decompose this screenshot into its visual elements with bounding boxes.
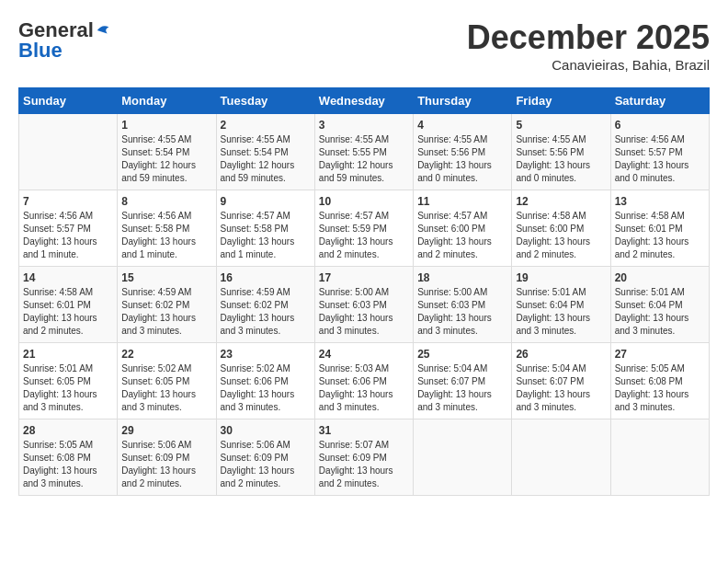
calendar-cell: 3Sunrise: 4:55 AM Sunset: 5:55 PM Daylig… — [314, 114, 413, 190]
day-number: 18 — [417, 271, 507, 284]
calendar-cell — [19, 114, 118, 190]
day-number: 29 — [121, 424, 211, 437]
logo: General Blue — [18, 18, 112, 63]
calendar-table: SundayMondayTuesdayWednesdayThursdayFrid… — [18, 87, 710, 496]
calendar-cell: 7Sunrise: 4:56 AM Sunset: 5:57 PM Daylig… — [19, 190, 118, 267]
cell-content: Sunrise: 4:55 AM Sunset: 5:54 PM Dayligh… — [121, 133, 211, 185]
weekday-header: Sunday — [19, 88, 118, 114]
day-number: 16 — [221, 271, 311, 284]
calendar-cell: 4Sunrise: 4:55 AM Sunset: 5:56 PM Daylig… — [414, 114, 512, 190]
cell-content: Sunrise: 4:56 AM Sunset: 5:57 PM Dayligh… — [615, 133, 705, 185]
cell-content: Sunrise: 4:55 AM Sunset: 5:54 PM Dayligh… — [221, 133, 311, 185]
cell-content: Sunrise: 4:57 AM Sunset: 5:59 PM Dayligh… — [319, 210, 409, 261]
cell-content: Sunrise: 5:06 AM Sunset: 6:09 PM Dayligh… — [221, 439, 311, 490]
cell-content: Sunrise: 5:05 AM Sunset: 6:08 PM Dayligh… — [615, 362, 705, 414]
calendar-cell: 5Sunrise: 4:55 AM Sunset: 5:56 PM Daylig… — [512, 114, 610, 190]
calendar-cell: 9Sunrise: 4:57 AM Sunset: 5:58 PM Daylig… — [216, 190, 314, 267]
calendar-cell: 10Sunrise: 4:57 AM Sunset: 5:59 PM Dayli… — [314, 190, 413, 267]
cell-content: Sunrise: 5:03 AM Sunset: 6:06 PM Dayligh… — [319, 362, 409, 414]
day-number: 8 — [121, 195, 211, 208]
calendar-cell: 29Sunrise: 5:06 AM Sunset: 6:09 PM Dayli… — [118, 419, 216, 496]
location: Canavieiras, Bahia, Brazil — [467, 57, 710, 73]
calendar-cell: 20Sunrise: 5:01 AM Sunset: 6:04 PM Dayli… — [610, 267, 709, 343]
day-number: 24 — [319, 348, 409, 361]
day-number: 22 — [121, 348, 211, 361]
calendar-cell: 17Sunrise: 5:00 AM Sunset: 6:03 PM Dayli… — [314, 267, 413, 343]
cell-content: Sunrise: 5:04 AM Sunset: 6:07 PM Dayligh… — [516, 362, 606, 414]
calendar-cell: 11Sunrise: 4:57 AM Sunset: 6:00 PM Dayli… — [414, 190, 512, 267]
calendar-cell: 23Sunrise: 5:02 AM Sunset: 6:06 PM Dayli… — [216, 343, 314, 419]
calendar-cell: 24Sunrise: 5:03 AM Sunset: 6:06 PM Dayli… — [314, 343, 413, 419]
day-number: 14 — [23, 271, 113, 284]
cell-content: Sunrise: 5:02 AM Sunset: 6:06 PM Dayligh… — [221, 362, 311, 414]
calendar-cell: 25Sunrise: 5:04 AM Sunset: 6:07 PM Dayli… — [414, 343, 512, 419]
calendar-cell — [512, 419, 610, 496]
day-number: 26 — [516, 348, 606, 361]
calendar-week-row: 7Sunrise: 4:56 AM Sunset: 5:57 PM Daylig… — [19, 190, 710, 267]
cell-content: Sunrise: 5:06 AM Sunset: 6:09 PM Dayligh… — [121, 439, 211, 490]
calendar-cell: 22Sunrise: 5:02 AM Sunset: 6:05 PM Dayli… — [118, 343, 216, 419]
calendar-cell: 12Sunrise: 4:58 AM Sunset: 6:00 PM Dayli… — [512, 190, 610, 267]
cell-content: Sunrise: 5:00 AM Sunset: 6:03 PM Dayligh… — [417, 286, 507, 338]
calendar-body: 1Sunrise: 4:55 AM Sunset: 5:54 PM Daylig… — [19, 114, 710, 496]
calendar-cell: 18Sunrise: 5:00 AM Sunset: 6:03 PM Dayli… — [414, 267, 512, 343]
month-title: December 2025 — [467, 18, 710, 57]
logo-blue: Blue — [18, 39, 63, 63]
day-number: 19 — [516, 271, 606, 284]
cell-content: Sunrise: 5:01 AM Sunset: 6:04 PM Dayligh… — [516, 286, 606, 338]
day-number: 15 — [121, 271, 211, 284]
cell-content: Sunrise: 5:02 AM Sunset: 6:05 PM Dayligh… — [121, 362, 211, 414]
calendar-cell: 13Sunrise: 4:58 AM Sunset: 6:01 PM Dayli… — [610, 190, 709, 267]
day-number: 17 — [319, 271, 409, 284]
cell-content: Sunrise: 4:56 AM Sunset: 5:57 PM Dayligh… — [23, 210, 113, 261]
cell-content: Sunrise: 5:01 AM Sunset: 6:05 PM Dayligh… — [23, 362, 113, 414]
logo-bird-icon — [96, 22, 112, 39]
cell-content: Sunrise: 4:56 AM Sunset: 5:58 PM Dayligh… — [121, 210, 211, 261]
cell-content: Sunrise: 4:59 AM Sunset: 6:02 PM Dayligh… — [221, 286, 311, 338]
cell-content: Sunrise: 4:59 AM Sunset: 6:02 PM Dayligh… — [121, 286, 211, 338]
calendar-week-row: 14Sunrise: 4:58 AM Sunset: 6:01 PM Dayli… — [19, 267, 710, 343]
calendar-cell: 21Sunrise: 5:01 AM Sunset: 6:05 PM Dayli… — [19, 343, 118, 419]
cell-content: Sunrise: 4:55 AM Sunset: 5:55 PM Dayligh… — [319, 133, 409, 185]
day-number: 21 — [23, 348, 113, 361]
day-number: 25 — [417, 348, 507, 361]
weekday-header: Wednesday — [314, 88, 413, 114]
weekday-header: Thursday — [414, 88, 512, 114]
cell-content: Sunrise: 4:58 AM Sunset: 6:01 PM Dayligh… — [615, 210, 705, 261]
calendar-cell: 2Sunrise: 4:55 AM Sunset: 5:54 PM Daylig… — [216, 114, 314, 190]
cell-content: Sunrise: 5:01 AM Sunset: 6:04 PM Dayligh… — [615, 286, 705, 338]
day-number: 3 — [319, 119, 409, 132]
calendar-cell: 27Sunrise: 5:05 AM Sunset: 6:08 PM Dayli… — [610, 343, 709, 419]
calendar-cell: 31Sunrise: 5:07 AM Sunset: 6:09 PM Dayli… — [314, 419, 413, 496]
weekday-header: Friday — [512, 88, 610, 114]
calendar-cell: 8Sunrise: 4:56 AM Sunset: 5:58 PM Daylig… — [118, 190, 216, 267]
calendar-cell: 19Sunrise: 5:01 AM Sunset: 6:04 PM Dayli… — [512, 267, 610, 343]
calendar-cell: 14Sunrise: 4:58 AM Sunset: 6:01 PM Dayli… — [19, 267, 118, 343]
day-number: 4 — [417, 119, 507, 132]
weekday-header: Tuesday — [216, 88, 314, 114]
cell-content: Sunrise: 5:05 AM Sunset: 6:08 PM Dayligh… — [23, 439, 113, 490]
day-number: 10 — [319, 195, 409, 208]
day-number: 7 — [23, 195, 113, 208]
calendar-header-row: SundayMondayTuesdayWednesdayThursdayFrid… — [19, 88, 710, 114]
cell-content: Sunrise: 5:07 AM Sunset: 6:09 PM Dayligh… — [319, 439, 409, 490]
calendar-cell: 16Sunrise: 4:59 AM Sunset: 6:02 PM Dayli… — [216, 267, 314, 343]
day-number: 6 — [615, 119, 705, 132]
day-number: 11 — [417, 195, 507, 208]
calendar-cell: 26Sunrise: 5:04 AM Sunset: 6:07 PM Dayli… — [512, 343, 610, 419]
calendar-cell: 15Sunrise: 4:59 AM Sunset: 6:02 PM Dayli… — [118, 267, 216, 343]
cell-content: Sunrise: 4:55 AM Sunset: 5:56 PM Dayligh… — [417, 133, 507, 185]
day-number: 28 — [23, 424, 113, 437]
day-number: 1 — [121, 119, 211, 132]
day-number: 20 — [615, 271, 705, 284]
calendar-cell — [610, 419, 709, 496]
cell-content: Sunrise: 4:57 AM Sunset: 6:00 PM Dayligh… — [417, 210, 507, 261]
calendar-cell — [414, 419, 512, 496]
day-number: 12 — [516, 195, 606, 208]
title-area: December 2025 Canavieiras, Bahia, Brazil — [467, 18, 710, 73]
day-number: 2 — [221, 119, 311, 132]
day-number: 27 — [615, 348, 705, 361]
day-number: 13 — [615, 195, 705, 208]
cell-content: Sunrise: 4:58 AM Sunset: 6:01 PM Dayligh… — [23, 286, 113, 338]
weekday-header: Monday — [118, 88, 216, 114]
